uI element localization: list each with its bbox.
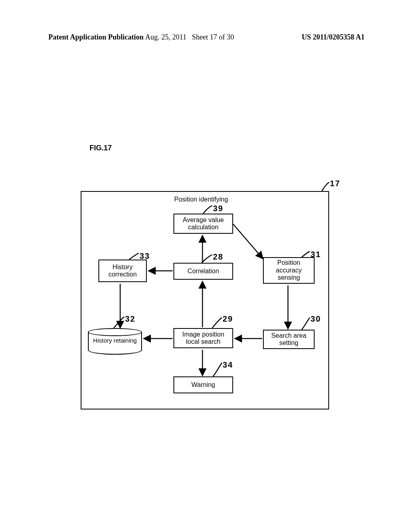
ref-39: 39 — [213, 204, 223, 213]
header-pubnum: US 2011/0205358 A1 — [302, 33, 365, 42]
page: Patent Application Publication Aug. 25, … — [0, 0, 413, 532]
ref-34: 34 — [223, 360, 233, 370]
figure-label: FIG.17 — [90, 144, 112, 152]
block-history-correction: History correction — [98, 260, 147, 282]
block-search-area-setting: Search area setting — [263, 330, 315, 349]
ref-28: 28 — [213, 252, 223, 262]
ref-33: 33 — [140, 251, 150, 261]
header-date-text: Aug. 25, 2011 — [145, 33, 186, 41]
ref-17: 17 — [330, 179, 340, 188]
block-history-retaining: History retaining — [88, 328, 142, 355]
diagram: Position identifying Average value calcu… — [81, 180, 331, 411]
header-left: Patent Application Publication — [48, 33, 144, 42]
diagram-title: Position identifying — [174, 196, 228, 203]
ref-29: 29 — [223, 314, 233, 324]
cylinder-bottom — [88, 347, 142, 355]
block-correlation: Correlation — [173, 263, 233, 280]
cylinder-top — [88, 328, 142, 336]
block-image-position-local-search: Image position local search — [173, 328, 233, 348]
history-retaining-label: History retaining — [88, 337, 142, 344]
ref-32: 32 — [125, 314, 136, 324]
header-sheet: Sheet 17 of 30 — [192, 33, 234, 41]
ref-30: 30 — [311, 314, 321, 324]
block-average-value-calculation: Average value calculation — [173, 214, 233, 234]
block-position-accuracy-sensing: Position accuracy sensing — [263, 257, 315, 284]
block-warning: Warning — [173, 376, 233, 393]
header-date: Aug. 25, 2011 Sheet 17 of 30 — [145, 33, 234, 42]
ref-31: 31 — [311, 250, 321, 259]
